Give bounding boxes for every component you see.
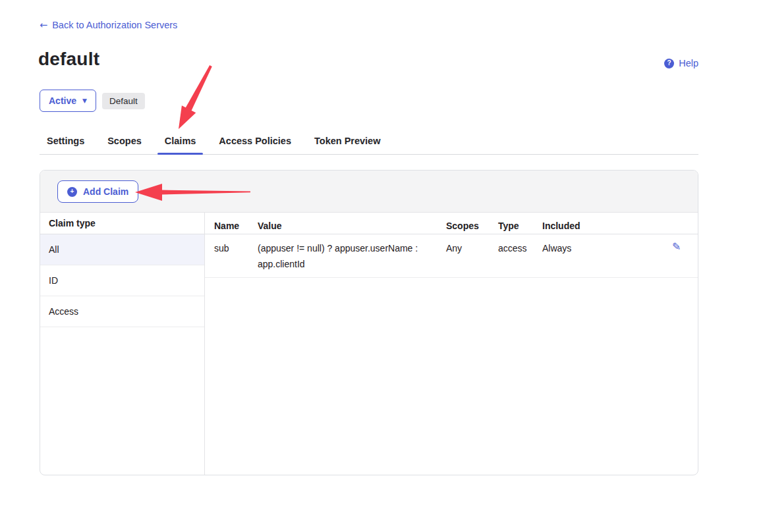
edit-pencil-icon[interactable]: ✎ — [672, 240, 681, 272]
add-claim-label: Add Claim — [83, 186, 128, 197]
tab-settings[interactable]: Settings — [40, 130, 92, 154]
claim-actions-cell: ✎ — [667, 240, 698, 272]
plus-icon: + — [67, 187, 77, 197]
tab-scopes[interactable]: Scopes — [100, 130, 149, 154]
claim-scopes-cell: Any — [437, 240, 489, 272]
claim-name-cell: sub — [205, 240, 248, 272]
claims-panel-body: Claim type All ID Access Name Value Scop… — [40, 213, 698, 475]
status-dropdown-label: Active — [49, 95, 76, 106]
claim-included-cell: Always — [533, 240, 667, 272]
help-link[interactable]: ? Help — [664, 58, 698, 68]
status-badge: Default — [102, 93, 145, 109]
claim-type-item-access[interactable]: Access — [40, 296, 204, 327]
claim-type-header: Claim type — [40, 213, 204, 234]
claim-type-item-id[interactable]: ID — [40, 265, 204, 296]
claim-value-cell: (appuser != null) ? appuser.userName : a… — [248, 240, 437, 272]
claims-table-header: Name Value Scopes Type Included — [205, 213, 698, 234]
claims-table: Name Value Scopes Type Included sub (app… — [205, 213, 698, 475]
claim-type-cell: access — [489, 240, 533, 272]
chevron-down-icon: ▼ — [82, 97, 87, 104]
back-link[interactable]: ← Back to Authorization Servers — [40, 20, 177, 30]
claim-type-item-all[interactable]: All — [40, 234, 204, 265]
tab-token-preview[interactable]: Token Preview — [307, 130, 387, 154]
table-row: sub (appuser != null) ? appuser.userName… — [205, 234, 698, 278]
back-arrow-icon: ← — [40, 20, 47, 30]
page-title: default — [38, 49, 99, 70]
tab-claims[interactable]: Claims — [157, 130, 204, 154]
annotation-arrow-claims-tab — [167, 58, 223, 134]
column-header-actions — [667, 213, 698, 234]
help-icon: ? — [664, 59, 674, 68]
claims-toolbar: + Add Claim — [40, 171, 698, 213]
tab-bar: Settings Scopes Claims Access Policies T… — [40, 130, 698, 155]
add-claim-button[interactable]: + Add Claim — [57, 180, 138, 203]
tab-access-policies[interactable]: Access Policies — [212, 130, 298, 154]
back-link-label: Back to Authorization Servers — [52, 20, 177, 30]
column-header-type: Type — [489, 213, 533, 234]
column-header-scopes: Scopes — [437, 213, 489, 234]
claims-panel: + Add Claim Claim type All ID Access Nam… — [40, 170, 698, 475]
claim-type-list: Claim type All ID Access — [40, 213, 205, 475]
column-header-name: Name — [205, 213, 248, 234]
column-header-value: Value — [248, 213, 437, 234]
column-header-included: Included — [533, 213, 667, 234]
help-label: Help — [679, 58, 698, 68]
status-dropdown-button[interactable]: Active ▼ — [40, 90, 96, 112]
